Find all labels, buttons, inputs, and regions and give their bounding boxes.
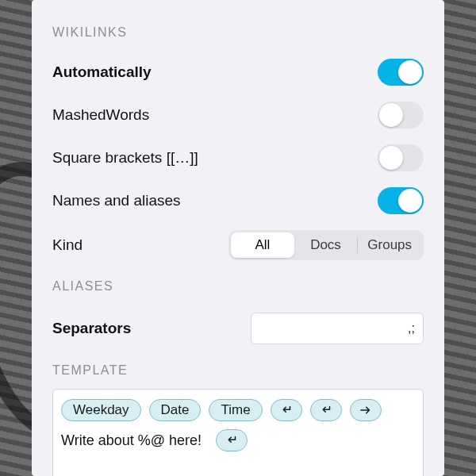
- input-separators-value: ,;: [408, 321, 415, 336]
- section-header-template: TEMPLATE: [52, 363, 424, 378]
- label-brackets: Square brackets [[…]]: [52, 149, 198, 167]
- return-icon: [279, 403, 294, 417]
- template-editor[interactable]: Weekday Date Time Write about %@ here!: [52, 389, 424, 476]
- row-automatically: Automatically: [52, 51, 424, 94]
- label-automatically: Automatically: [52, 63, 152, 81]
- row-brackets: Square brackets [[…]]: [52, 136, 424, 179]
- toggle-brackets[interactable]: [378, 144, 424, 171]
- token-return[interactable]: [216, 429, 248, 451]
- toggle-knob: [379, 146, 403, 170]
- toggle-automatically[interactable]: [378, 59, 424, 86]
- row-separators: Separators ,;: [52, 305, 424, 352]
- seg-option-all[interactable]: All: [231, 232, 294, 258]
- token-return[interactable]: [271, 399, 302, 421]
- template-text: Write about %@ here!: [61, 432, 202, 449]
- template-line-2: Write about %@ here!: [61, 429, 415, 451]
- section-header-aliases: ALIASES: [52, 279, 424, 294]
- token-return[interactable]: [310, 399, 342, 421]
- row-names-aliases: Names and aliases: [52, 179, 424, 222]
- seg-option-docs[interactable]: Docs: [294, 232, 358, 258]
- section-header-wikilinks: WIKILINKS: [52, 25, 424, 40]
- label-mashedwords: MashedWords: [52, 106, 149, 124]
- return-icon: [225, 433, 239, 447]
- segmented-kind[interactable]: All Docs Groups: [228, 230, 424, 260]
- arrow-right-icon: [359, 403, 373, 417]
- toggle-names-aliases[interactable]: [378, 187, 424, 214]
- label-separators: Separators: [52, 320, 131, 337]
- input-separators[interactable]: ,;: [251, 313, 424, 344]
- row-mashedwords: MashedWords: [52, 94, 424, 136]
- token-weekday[interactable]: Weekday: [61, 399, 141, 421]
- toggle-knob: [379, 103, 403, 127]
- row-kind: Kind All Docs Groups: [52, 222, 424, 268]
- seg-option-groups[interactable]: Groups: [358, 232, 421, 258]
- token-time[interactable]: Time: [209, 399, 262, 421]
- template-line-1: Weekday Date Time: [61, 399, 415, 421]
- token-date[interactable]: Date: [149, 399, 202, 421]
- label-names-aliases: Names and aliases: [52, 192, 181, 209]
- return-icon: [319, 403, 333, 417]
- toggle-knob: [398, 189, 422, 213]
- token-arrow-right[interactable]: [350, 399, 382, 421]
- toggle-mashedwords[interactable]: [378, 102, 424, 129]
- settings-panel: WIKILINKS Automatically MashedWords Squa…: [32, 0, 444, 476]
- toggle-knob: [398, 60, 422, 84]
- label-kind: Kind: [52, 236, 83, 254]
